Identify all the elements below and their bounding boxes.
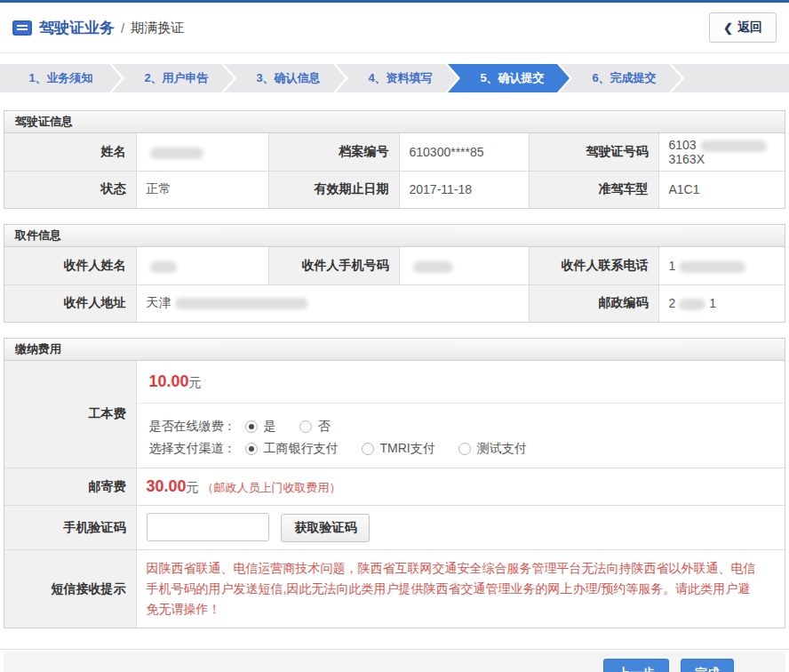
step-1-business-notice: 1、业务须知 — [0, 64, 122, 92]
channel-tmri-label: TMRI支付 — [380, 441, 435, 457]
sms-notice-value: 因陕西省联通、电信运营商技术问题，陕西省互联网交通安全综合服务管理平台无法向持陕… — [136, 550, 785, 628]
step-4-fill-data: 4、资料填写 — [336, 64, 458, 92]
work-fee-value: 10.00元 是否在线缴费： 是 否 — [136, 361, 785, 468]
online-pay-option-yes[interactable]: 是 — [245, 419, 276, 435]
mail-fee-amount: 30.00 — [147, 477, 187, 495]
redacted-recipient-name — [150, 261, 177, 273]
redacted-name — [150, 148, 203, 159]
online-pay-label: 是否在线缴费： — [149, 419, 236, 435]
recipient-phone-prefix: 1 — [669, 259, 676, 273]
status-value: 正常 — [136, 171, 268, 208]
table-row: 手机验证码 获取验证码 — [4, 506, 785, 550]
table-row: 邮寄费 30.00元（邮政人员上门收取费用） — [4, 468, 785, 506]
radio-checked-icon[interactable] — [245, 443, 258, 455]
sms-notice-label: 短信接收提示 — [4, 550, 136, 628]
file-number-value: 610300****85 — [399, 133, 529, 171]
work-fee-amount-row: 10.00元 — [137, 361, 785, 404]
postal-code-suffix: 1 — [709, 296, 716, 310]
step-3-confirm-info: 3、确认信息 — [224, 64, 346, 92]
radio-unchecked-icon[interactable] — [362, 443, 374, 455]
previous-step-button[interactable]: 上一步 — [603, 659, 669, 672]
footer-action-bar: 上一步 完成 — [4, 652, 785, 672]
license-number-prefix: 6103 — [669, 138, 697, 152]
back-chevron-icon: ❮ — [723, 21, 733, 35]
recipient-address-label: 收件人地址 — [4, 284, 136, 322]
mail-fee-unit: 元 — [187, 480, 199, 494]
radio-checked-icon[interactable] — [245, 420, 258, 433]
table-row: 姓名 档案编号 610300****85 驾驶证号码 61033163X — [4, 133, 785, 171]
table-row: 工本费 10.00元 是否在线缴费： 是 否 — [4, 361, 785, 468]
redacted-license-number — [700, 140, 767, 152]
radio-unchecked-icon[interactable] — [299, 420, 312, 433]
recipient-phone-value: 1 — [658, 247, 785, 284]
step-2-user-declaration: 2、用户申告 — [112, 64, 234, 92]
fees-section-title: 缴纳费用 — [4, 339, 785, 361]
sms-notice-text: 因陕西省联通、电信运营商技术问题，陕西省互联网交通安全综合服务管理平台无法向持陕… — [147, 550, 776, 628]
redacted-postal-code — [679, 299, 705, 310]
finish-button[interactable]: 完成 — [681, 659, 734, 672]
step-bar-filler — [672, 64, 789, 92]
online-pay-option-no[interactable]: 否 — [299, 419, 331, 435]
redacted-recipient-address — [175, 298, 308, 309]
online-pay-no-label: 否 — [318, 419, 331, 435]
recipient-address-prefix: 天津 — [147, 295, 171, 309]
recipient-address-value: 天津 — [136, 284, 529, 322]
recipient-name-label: 收件人姓名 — [4, 247, 136, 284]
license-section-title: 驾驶证信息 — [4, 111, 785, 133]
license-number-label: 驾驶证号码 — [529, 133, 658, 171]
sms-code-value: 获取验证码 — [136, 506, 785, 550]
back-button[interactable]: ❮ 返回 — [709, 12, 777, 43]
vehicle-class-label: 准驾车型 — [529, 171, 658, 208]
fees-section: 缴纳费用 工本费 10.00元 是否在线缴费： 是 — [4, 338, 785, 628]
license-info-section: 驾驶证信息 姓名 档案编号 610300****85 驾驶证号码 6103316… — [4, 110, 785, 209]
work-fee-unit: 元 — [189, 375, 202, 389]
name-value — [136, 133, 268, 171]
channel-option-icbc[interactable]: 工商银行支付 — [245, 441, 339, 457]
file-number-label: 档案编号 — [268, 133, 399, 171]
expiry-date-label: 有效期止日期 — [268, 171, 399, 208]
pay-channel-row: 选择支付渠道： 工商银行支付 TMRI支付 测试支付 — [149, 441, 773, 457]
redacted-recipient-mobile — [413, 261, 453, 273]
postal-code-value: 21 — [658, 284, 785, 322]
channel-option-tmri[interactable]: TMRI支付 — [362, 441, 435, 457]
pickup-info-section: 取件信息 收件人姓名 收件人手机号码 收件人联系电话 1 收件人地址 天津 邮政… — [4, 224, 785, 323]
pickup-section-title: 取件信息 — [4, 225, 785, 247]
page-bottom: 上一步 完成 — [0, 649, 789, 672]
step-5-confirm-submit: 5、确认提交 — [448, 64, 570, 92]
expiry-date-value: 2017-11-18 — [399, 171, 529, 208]
fees-table: 工本费 10.00元 是否在线缴费： 是 否 — [4, 361, 785, 628]
mail-fee-label: 邮寄费 — [4, 468, 136, 506]
license-number-suffix: 3163X — [669, 152, 705, 166]
online-pay-yes-label: 是 — [264, 419, 276, 435]
redacted-recipient-phone — [679, 261, 745, 273]
name-label: 姓名 — [4, 133, 136, 171]
breadcrumb-divider: / — [121, 20, 124, 36]
pay-channel-label: 选择支付渠道： — [149, 441, 236, 457]
get-code-button[interactable]: 获取验证码 — [281, 514, 370, 542]
recipient-name-value — [136, 247, 268, 284]
channel-test-label: 测试支付 — [477, 441, 527, 457]
table-row: 状态 正常 有效期止日期 2017-11-18 准驾车型 A1C1 — [4, 171, 785, 208]
back-button-label: 返回 — [737, 20, 762, 36]
mail-fee-note: （邮政人员上门收取费用） — [203, 481, 341, 494]
table-row: 短信接收提示 因陕西省联通、电信运营商技术问题，陕西省互联网交通安全综合服务管理… — [4, 550, 785, 628]
vehicle-class-value: A1C1 — [658, 171, 785, 208]
status-label: 状态 — [4, 171, 136, 208]
online-pay-row: 是否在线缴费： 是 否 — [149, 419, 773, 435]
work-fee-amount: 10.00 — [149, 372, 189, 390]
step-6-complete-submit: 6、完成提交 — [560, 64, 681, 92]
license-info-table: 姓名 档案编号 610300****85 驾驶证号码 61033163X 状态 … — [4, 133, 785, 208]
license-number-value: 61033163X — [658, 133, 785, 171]
wizard-steps: 1、业务须知 2、用户申告 3、确认信息 4、资料填写 5、确认提交 6、完成提… — [0, 64, 789, 92]
postal-code-label: 邮政编码 — [529, 284, 658, 322]
postal-code-prefix: 2 — [669, 296, 676, 310]
channel-option-test[interactable]: 测试支付 — [458, 441, 527, 457]
table-row: 收件人地址 天津 邮政编码 21 — [4, 284, 785, 322]
channel-icbc-label: 工商银行支付 — [264, 441, 339, 457]
radio-unchecked-icon[interactable] — [458, 443, 471, 455]
page-header: 驾驶证业务 / 期满换证 ❮ 返回 — [0, 3, 789, 53]
table-row: 收件人姓名 收件人手机号码 收件人联系电话 1 — [4, 247, 785, 284]
recipient-mobile-value — [399, 247, 529, 284]
mail-fee-value: 30.00元（邮政人员上门收取费用） — [136, 468, 785, 506]
sms-code-input[interactable] — [147, 513, 269, 541]
